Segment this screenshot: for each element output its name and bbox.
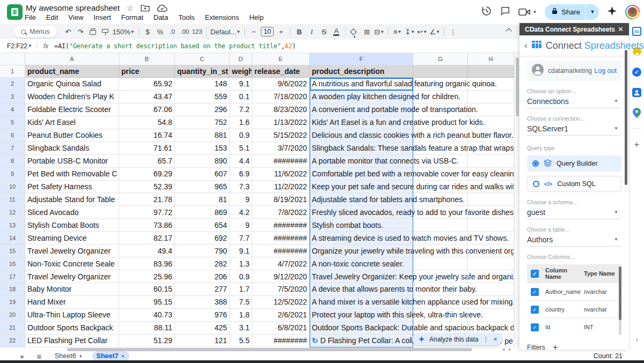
cell[interactable]: 7/8/2022 xyxy=(252,206,310,219)
text-rotation-icon[interactable]: ∠▼ xyxy=(428,25,441,38)
cell[interactable]: Organize your jewelry while traveling wi… xyxy=(310,245,413,257)
cell[interactable]: 7.3 xyxy=(230,181,252,194)
cell[interactable]: 97.72 xyxy=(119,206,175,219)
cell[interactable]: price xyxy=(119,65,175,78)
add-filter-icon[interactable]: + xyxy=(553,343,558,352)
vscroll-thumb[interactable] xyxy=(516,57,519,116)
row-header-12[interactable]: 12 xyxy=(0,206,25,219)
cell[interactable]: Baby Monitor xyxy=(25,283,119,296)
cell[interactable]: A wooden play kitchen designed for child… xyxy=(310,91,413,103)
cell[interactable]: 11/2/2022 xyxy=(252,181,310,194)
cell[interactable]: 54.8 xyxy=(119,116,175,129)
row-header-6[interactable]: 6 xyxy=(0,129,25,142)
cell[interactable] xyxy=(413,129,468,142)
column-header-F[interactable]: F xyxy=(310,53,413,65)
cell[interactable] xyxy=(468,91,514,103)
currency-icon[interactable]: $ xyxy=(142,25,154,38)
column-header-B[interactable]: B xyxy=(119,53,175,65)
column-header-D[interactable]: D xyxy=(230,53,252,65)
horizontal-align-icon[interactable]: ≡▼ xyxy=(391,25,404,38)
font-size-input[interactable]: 10 xyxy=(261,27,274,36)
cell[interactable]: product_description xyxy=(310,65,413,78)
cell[interactable]: Outdoor Sports Backpack: Durable and spa… xyxy=(310,322,413,335)
row-header-13[interactable]: 13 xyxy=(0,219,25,232)
strikethrough-icon[interactable]: S xyxy=(318,25,330,38)
cell[interactable]: 51.29 xyxy=(119,335,175,347)
corner-cell[interactable] xyxy=(0,53,25,65)
cell[interactable] xyxy=(413,116,468,129)
cell[interactable]: Travel Jewelry Organizer: Keep your jewe… xyxy=(310,270,413,283)
cell[interactable]: A portable monitor that connects via USB… xyxy=(310,155,413,168)
column-header-G[interactable]: G xyxy=(413,53,468,65)
row-header-7[interactable]: 7 xyxy=(0,142,25,155)
cell[interactable]: 425 xyxy=(175,322,230,335)
cell[interactable] xyxy=(413,168,468,181)
row-header-20[interactable]: 20 xyxy=(0,309,25,322)
cell[interactable]: ↻D Flashing Pet Collar: A colla xyxy=(310,335,413,347)
more-icon[interactable]: ⋮ xyxy=(447,25,459,38)
sheet6-menu-icon[interactable]: ▼ xyxy=(79,354,83,358)
checkbox-checked-icon[interactable]: ✓ xyxy=(531,288,539,296)
text-wrap-icon[interactable]: ↩▼ xyxy=(416,25,428,38)
cell[interactable]: A device that allows parents to monitor … xyxy=(310,283,413,296)
cell[interactable]: 976 xyxy=(175,309,230,322)
row-header-3[interactable]: 3 xyxy=(0,91,25,103)
cell[interactable]: Organic Quinoa Salad xyxy=(25,78,119,91)
gemini-sparkle-icon[interactable] xyxy=(607,6,617,18)
cell[interactable] xyxy=(413,232,468,245)
sidebar-scrollbar[interactable] xyxy=(625,50,627,185)
fill-color-icon[interactable] xyxy=(348,25,361,38)
cell[interactable] xyxy=(468,142,514,155)
analyze-data-chip[interactable]: Analyze this data⋮× xyxy=(412,333,502,345)
query-builder-option[interactable]: Query Builder xyxy=(527,155,621,172)
maps-icon[interactable] xyxy=(632,108,642,117)
cell[interactable]: 25.96 xyxy=(119,270,175,283)
logout-link[interactable]: Log out xyxy=(594,67,617,75)
cell[interactable]: 65.7 xyxy=(119,155,175,168)
cell[interactable]: 1.3 xyxy=(230,257,252,270)
borders-icon[interactable]: ⊞ xyxy=(361,25,373,38)
redo-icon[interactable]: ↷ xyxy=(75,25,87,38)
cell[interactable]: 388 xyxy=(175,296,230,309)
checkbox-checked-icon[interactable]: ✓ xyxy=(531,270,539,278)
close-icon[interactable]: ✕ xyxy=(618,25,624,33)
cell[interactable]: product_name xyxy=(25,65,119,78)
cell[interactable]: 83.96 xyxy=(119,257,175,270)
row-header-17[interactable]: 17 xyxy=(0,270,25,283)
cell[interactable]: 9/6/2022 xyxy=(252,78,310,91)
vertical-align-icon[interactable]: ↧▼ xyxy=(404,25,416,38)
cell[interactable]: Adjustable Stand for Table xyxy=(25,193,119,206)
scroll-right-icon[interactable]: ▸ xyxy=(509,347,511,352)
cell[interactable] xyxy=(413,257,468,270)
cell[interactable] xyxy=(468,296,514,309)
sheet7-menu-icon[interactable]: ▼ xyxy=(121,354,125,358)
cell[interactable]: Foldable Electric Scooter xyxy=(25,103,119,116)
cell[interactable]: ######## xyxy=(252,232,310,245)
cell[interactable] xyxy=(468,168,514,181)
cloud-status-icon[interactable] xyxy=(157,4,167,12)
bold-icon[interactable]: B xyxy=(293,25,305,38)
cell[interactable]: 69.29 xyxy=(119,168,175,181)
cell[interactable]: 206 xyxy=(175,270,230,283)
custom-sql-option[interactable]: </> Custom SQL xyxy=(527,176,621,192)
column-header-E[interactable]: E xyxy=(252,53,310,65)
cell[interactable]: Adjustable stand for tablets and smartph… xyxy=(310,193,413,206)
cell[interactable] xyxy=(413,219,468,232)
cell[interactable]: Kids' Art Easel xyxy=(25,116,119,129)
cell[interactable] xyxy=(413,155,468,168)
cell[interactable]: 9.1 xyxy=(230,78,252,91)
cell[interactable]: 7.5 xyxy=(230,296,252,309)
menu-tools[interactable]: Tools xyxy=(178,13,194,21)
print-icon[interactable] xyxy=(87,25,99,38)
close-icon[interactable]: × xyxy=(493,336,497,343)
row-header-4[interactable]: 4 xyxy=(0,103,25,116)
cell[interactable]: 12/5/2022 xyxy=(252,296,310,309)
contacts-icon[interactable] xyxy=(632,87,642,97)
cell[interactable] xyxy=(468,155,514,168)
cell[interactable] xyxy=(468,193,514,206)
cell[interactable]: 3.1 xyxy=(230,322,252,335)
row-header-5[interactable]: 5 xyxy=(0,116,25,129)
move-folder-icon[interactable] xyxy=(141,4,150,12)
row-header-11[interactable]: 11 xyxy=(0,193,25,206)
cell[interactable]: 1.7 xyxy=(230,283,252,296)
